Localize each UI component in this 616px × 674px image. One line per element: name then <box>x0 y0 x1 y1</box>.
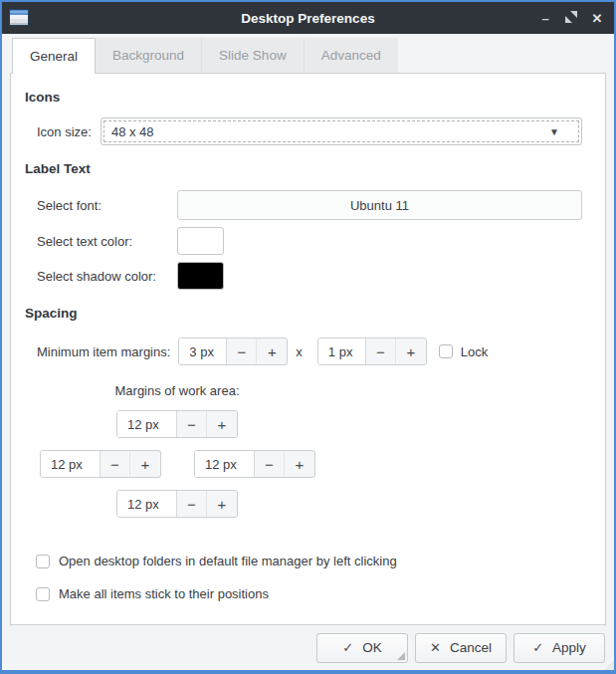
plus-icon: + <box>296 456 305 473</box>
tab-slide-show-label: Slide Show <box>219 48 287 63</box>
work-area-right-decrement-button[interactable]: − <box>255 451 285 477</box>
tab-general-label: General <box>30 49 78 64</box>
icon-size-value: 48 x 48 <box>111 124 154 139</box>
text-color-row: Select text color: <box>37 227 582 255</box>
icon-size-row: Icon size: 48 x 48 ▼ <box>37 117 582 145</box>
work-area-top-decrement-button[interactable]: − <box>177 411 207 437</box>
icon-size-dropdown[interactable]: 48 x 48 ▼ <box>101 117 582 145</box>
dialog-action-area: ✓ OK ✕ Cancel ✓ Apply <box>2 625 614 670</box>
y-margin-value[interactable]: 1 px <box>318 338 366 364</box>
x-margin-decrement-button[interactable]: − <box>227 338 257 364</box>
minimum-item-margins-row: Minimum item margins: 3 px − + x 1 px − … <box>37 337 582 365</box>
work-area-top-spinbox: 12 px − + <box>116 410 238 438</box>
tab-general[interactable]: General <box>12 38 96 74</box>
minus-icon: − <box>376 343 385 360</box>
cancel-button[interactable]: ✕ Cancel <box>415 633 507 663</box>
work-area-bottom-value[interactable]: 12 px <box>117 491 177 517</box>
tab-slide-show[interactable]: Slide Show <box>202 38 305 73</box>
work-area-margins-group: Margins of work area: 12 px − + 12 px − … <box>11 381 605 527</box>
stick-items-label: Make all items stick to their positions <box>59 586 269 601</box>
restore-icon <box>565 11 577 26</box>
close-icon: ✕ <box>592 11 603 26</box>
tab-bar: General Background Slide Show Advanced <box>10 34 606 73</box>
work-area-left-increment-button[interactable]: + <box>130 451 160 477</box>
label-text-section-header: Label Text <box>25 161 605 176</box>
resize-grip-icon[interactable] <box>604 660 614 670</box>
work-area-left-spinbox: 12 px − + <box>40 450 161 478</box>
window-controls: – ✕ <box>534 2 608 34</box>
icons-section-header: Icons <box>25 90 605 105</box>
stick-items-checkbox[interactable] <box>36 587 50 601</box>
open-folders-checkbox[interactable] <box>36 555 50 568</box>
close-button[interactable]: ✕ <box>586 7 608 29</box>
x-margin-spinbox: 3 px − + <box>178 337 288 365</box>
work-area-top-value[interactable]: 12 px <box>117 411 177 437</box>
icon-size-label: Icon size: <box>37 124 92 139</box>
minus-icon: − <box>187 416 196 433</box>
tab-advanced-label: Advanced <box>321 48 381 63</box>
apply-button-label: Apply <box>552 640 586 655</box>
work-area-right-spinbox: 12 px − + <box>194 450 315 478</box>
font-picker-button[interactable]: Ubuntu 11 <box>177 190 582 220</box>
text-color-label: Select text color: <box>37 234 177 249</box>
option-stick-items-row: Make all items stick to their positions <box>36 586 605 601</box>
select-font-row: Select font: Ubuntu 11 <box>37 190 582 220</box>
work-area-right-value[interactable]: 12 px <box>195 451 255 477</box>
tab-background-label: Background <box>112 48 184 63</box>
ok-button[interactable]: ✓ OK <box>316 633 408 663</box>
tab-background[interactable]: Background <box>96 38 202 73</box>
desktop-preferences-window: Desktop Preferences – ✕ General <box>0 0 616 674</box>
y-margin-decrement-button[interactable]: − <box>366 338 396 364</box>
y-margin-increment-button[interactable]: + <box>396 338 426 364</box>
minimize-icon: – <box>541 11 548 26</box>
plus-icon: + <box>218 416 227 433</box>
work-area-bottom-increment-button[interactable]: + <box>207 491 237 517</box>
work-area-bottom-spinbox: 12 px − + <box>116 490 238 518</box>
minus-icon: − <box>187 496 196 513</box>
cross-icon: ✕ <box>430 640 441 655</box>
check-icon: ✓ <box>342 640 353 655</box>
check-icon: ✓ <box>532 640 543 655</box>
chevron-down-icon: ▼ <box>549 126 559 137</box>
work-area-top-increment-button[interactable]: + <box>207 411 237 437</box>
minimum-item-margins-label: Minimum item margins: <box>37 344 170 359</box>
minus-icon: − <box>265 456 274 473</box>
window-title: Desktop Preferences <box>2 11 614 26</box>
work-area-left-value[interactable]: 12 px <box>41 451 101 477</box>
general-tab-panel: Icons Icon size: 48 x 48 ▼ Label Text Se… <box>10 73 606 625</box>
select-font-label: Select font: <box>37 198 177 213</box>
cancel-button-label: Cancel <box>450 640 492 655</box>
work-area-left-decrement-button[interactable]: − <box>101 451 130 477</box>
work-area-right-increment-button[interactable]: + <box>285 451 314 477</box>
plus-icon: + <box>268 343 277 360</box>
spacing-section-header: Spacing <box>25 306 605 321</box>
minus-icon: − <box>237 343 246 360</box>
lock-option: Lock <box>439 344 488 359</box>
restore-button[interactable] <box>560 7 582 29</box>
text-color-swatch-button[interactable] <box>177 227 224 255</box>
option-open-folders-row: Open desktop folders in default file man… <box>36 554 605 568</box>
x-margin-increment-button[interactable]: + <box>257 338 287 364</box>
corner-grip-icon <box>397 652 405 660</box>
shadow-color-label: Select shadow color: <box>37 269 177 284</box>
x-margin-value[interactable]: 3 px <box>179 338 227 364</box>
tab-advanced[interactable]: Advanced <box>305 38 398 73</box>
open-folders-label: Open desktop folders in default file man… <box>59 554 397 568</box>
y-margin-spinbox: 1 px − + <box>317 337 427 365</box>
ok-button-label: OK <box>362 640 382 655</box>
shadow-color-swatch-button[interactable] <box>177 262 224 290</box>
axis-separator: x <box>296 344 303 359</box>
titlebar[interactable]: Desktop Preferences – ✕ <box>2 2 614 34</box>
plus-icon: + <box>141 456 150 473</box>
minimize-button[interactable]: – <box>534 7 556 29</box>
work-area-label: Margins of work area: <box>115 383 240 398</box>
plus-icon: + <box>218 496 227 513</box>
minus-icon: − <box>110 456 119 473</box>
plus-icon: + <box>406 343 415 360</box>
shadow-color-row: Select shadow color: <box>37 262 582 290</box>
work-area-bottom-decrement-button[interactable]: − <box>177 491 207 517</box>
lock-checkbox[interactable] <box>439 344 453 358</box>
lock-label: Lock <box>461 344 488 359</box>
apply-button[interactable]: ✓ Apply <box>513 633 605 663</box>
font-value: Ubuntu 11 <box>350 198 409 213</box>
